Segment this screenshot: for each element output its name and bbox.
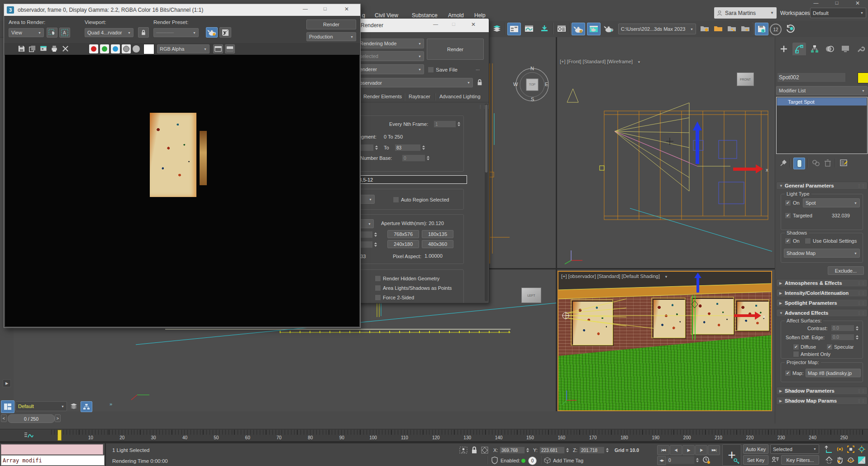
tab-raytracer[interactable]: Raytracer — [409, 94, 430, 99]
menu-item-substance[interactable]: Substance — [412, 12, 438, 19]
menu-item-help[interactable]: Help — [474, 12, 486, 19]
menu-item-rendering-fragment[interactable]: g — [362, 12, 365, 19]
timeline-tick-label[interactable]: 200 — [683, 435, 691, 440]
filter-funnel-icon[interactable]: ▼ — [637, 60, 641, 64]
render-setup-render-button[interactable]: Render — [427, 38, 484, 60]
material-editor-icon[interactable] — [555, 23, 568, 34]
z-coord-spinner[interactable] — [605, 447, 610, 454]
set-keys-button[interactable]: + — [722, 444, 741, 466]
project-folder-settings-icon[interactable] — [698, 23, 711, 34]
rollout-general-parameters[interactable]: ▼General Parameters⋮⋮ — [776, 182, 868, 190]
absolute-offset-mode-icon[interactable] — [481, 446, 489, 454]
rfw-render-button[interactable]: Render — [306, 19, 356, 29]
filter-funnel-icon-2[interactable]: ▼ — [664, 275, 668, 279]
height-spinner[interactable] — [373, 241, 378, 248]
tab-motion[interactable] — [823, 43, 837, 55]
orbit-icon[interactable] — [846, 456, 855, 465]
target-distance-value[interactable]: 332.039 — [832, 213, 850, 218]
rollout-atmospheres[interactable]: ▶Atmospheres & Effects⋮⋮ — [776, 279, 868, 287]
menu-item-arnold[interactable]: Arnold — [448, 12, 464, 19]
remove-modifier-icon[interactable] — [824, 159, 831, 167]
listener-script-line[interactable]: Array modifi — [1, 455, 105, 466]
contrast-spinner[interactable] — [855, 325, 859, 331]
left-view-gizmo[interactable]: LEFT — [521, 288, 541, 303]
rollout-spotlight[interactable]: ▶Spotlight Parameters⋮⋮ — [776, 299, 868, 307]
add-time-tag-label[interactable]: Add Time Tag — [553, 458, 583, 463]
tab-advanced-lighting[interactable]: Advanced Lighting — [439, 94, 481, 99]
listener-macro-line[interactable] — [1, 444, 103, 455]
z-coord-field[interactable]: 201.718 — [579, 447, 605, 454]
timeline-tick-label[interactable]: 110 — [401, 435, 408, 440]
observador-viewport[interactable]: x [+] [observador] [Standard] [Default S… — [558, 271, 772, 411]
modifier-stack[interactable]: Target Spot — [776, 97, 868, 154]
front-viewport-label-text[interactable]: [+] [Front] [Standard] [Wireframe] — [560, 59, 633, 64]
split-compare-icon[interactable] — [225, 44, 235, 53]
resolution-240x180[interactable]: 240x180 — [387, 240, 419, 248]
timeline-tick-label[interactable]: 180 — [620, 435, 628, 440]
tab-hierarchy[interactable] — [808, 43, 821, 55]
tab-utilities[interactable] — [854, 43, 868, 55]
rfw-render-setup-icon[interactable] — [206, 27, 218, 38]
clear-image-icon[interactable] — [62, 45, 69, 52]
projector-map-button[interactable]: Map #8 (kadinsky.jp — [806, 369, 861, 377]
pixel-aspect-value[interactable]: 1.00000 — [424, 253, 443, 259]
rfw-viewport-select[interactable]: Quad 4...rvador▼ — [85, 28, 134, 37]
number-base-spinner[interactable] — [426, 154, 430, 162]
project-switch-icon[interactable] — [739, 23, 752, 34]
timeline-tick-label[interactable]: 60 — [245, 435, 250, 440]
rollout-shadow-map-params[interactable]: ▶Shadow Map Params⋮⋮ — [776, 397, 868, 405]
use-global-settings-checkbox[interactable] — [805, 238, 811, 244]
timeline-tick-label[interactable]: 170 — [589, 435, 597, 440]
resolution-180x135[interactable]: 180x135 — [422, 230, 453, 238]
channel-alpha-icon[interactable] — [122, 44, 131, 53]
shadows-on-checkbox[interactable] — [785, 238, 791, 244]
area-lights-checkbox[interactable] — [375, 285, 381, 291]
viewport-target-select[interactable]: selected▼ — [357, 51, 424, 61]
viewport-layout-tabs-icon[interactable] — [1, 400, 14, 413]
keyable-filter-icon[interactable] — [771, 456, 779, 464]
timeline-tick-label[interactable]: 230 — [777, 435, 785, 440]
frames-field[interactable]: 3,5-12 — [357, 175, 467, 184]
pan-icon[interactable] — [835, 456, 844, 465]
tab-modify[interactable] — [792, 43, 806, 55]
menu-item-civil-view[interactable]: Civil View — [375, 12, 398, 19]
channel-blue-icon[interactable] — [111, 44, 120, 53]
object-color-swatch[interactable] — [858, 72, 868, 83]
light-on-checkbox[interactable] — [785, 200, 791, 206]
rendering-mode-select[interactable]: Rendering Mode▼ — [357, 38, 424, 48]
maxscript-mini-listener[interactable]: Array modifi — [0, 443, 106, 466]
tab-display[interactable] — [839, 43, 852, 55]
zoom-all-icon[interactable] — [835, 445, 844, 454]
specular-checkbox[interactable] — [826, 344, 833, 350]
make-unique-icon[interactable] — [811, 159, 820, 167]
copy-image-icon[interactable] — [29, 45, 36, 53]
layer-list-icon[interactable] — [70, 403, 78, 410]
channel-mono-icon[interactable] — [133, 45, 140, 53]
viewcube-compass[interactable]: N W S E TOP — [515, 67, 549, 102]
rollout-intensity[interactable]: ▶Intensity/Color/Attenuation⋮⋮ — [776, 289, 868, 297]
scene-security-shield-icon[interactable] — [491, 456, 498, 464]
background-color-swatch[interactable] — [143, 44, 154, 54]
diffuse-checkbox[interactable] — [793, 344, 799, 350]
selection-lock-icon[interactable] — [471, 446, 478, 454]
camera-select[interactable]: bservador▼ — [357, 78, 473, 87]
configure-modifier-sets-icon[interactable] — [839, 159, 849, 167]
scene-explorer-toggle-icon[interactable] — [507, 23, 521, 35]
x-coord-spinner[interactable] — [525, 447, 530, 454]
rollout-advanced-effects[interactable]: ▼Advanced Effects⋮⋮ — [776, 309, 868, 317]
open-project-folder-icon[interactable] — [712, 23, 725, 34]
time-configuration-icon[interactable] — [702, 456, 711, 464]
render-setup-close-icon[interactable]: ✕ — [471, 21, 476, 28]
go-to-end-button[interactable]: ▶▶| — [708, 445, 720, 455]
scene-explorer-small-icon[interactable] — [81, 401, 92, 412]
timeline-tick-label[interactable]: 120 — [432, 435, 440, 440]
compass-north[interactable]: N — [530, 66, 534, 71]
project-path-select[interactable]: C:\Users\202...3ds Max 2023▼ — [618, 24, 696, 34]
viewport-divider-horizontal[interactable] — [488, 268, 775, 269]
channel-green-icon[interactable] — [100, 44, 109, 53]
curve-editor-icon[interactable] — [523, 23, 535, 34]
resolution-480x360[interactable]: 480x360 — [422, 240, 453, 248]
range-to-field[interactable]: 83 — [395, 144, 421, 151]
projector-map-checkbox[interactable] — [785, 370, 791, 376]
save-file-browse[interactable]: ... — [476, 66, 480, 71]
